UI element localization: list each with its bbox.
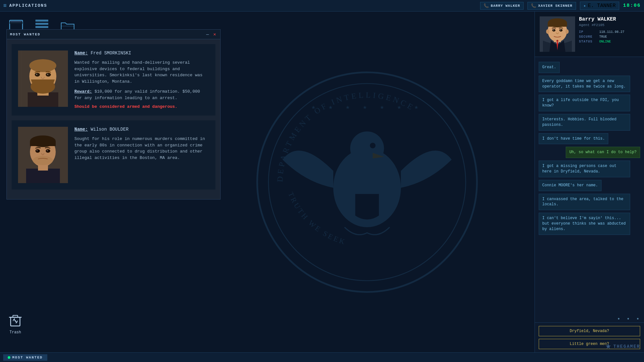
chat-message-9: I can't believe I'm sayin' this... but e… bbox=[539, 213, 630, 235]
app-title: APPLICATIONS bbox=[9, 3, 47, 8]
svg-point-3 bbox=[350, 131, 384, 165]
window-title: MOST WANTED bbox=[10, 32, 41, 36]
topbar-left: ≡ APPLICATIONS bbox=[3, 3, 47, 9]
star-icon: ✦ bbox=[583, 3, 586, 8]
hamburger-icon[interactable]: ≡ bbox=[3, 3, 7, 9]
svg-rect-10 bbox=[11, 21, 22, 22]
topbar-right: 📞 BARRY WALKER 📞 XAVIER SKINNER ✦ E. TAN… bbox=[480, 2, 641, 10]
wanted-entry-smorkinski: Name: Fred SMORKINSKI Wanted for mailing… bbox=[12, 44, 215, 116]
minimize-button[interactable]: — bbox=[205, 32, 210, 37]
info-row-status: STATUS ONLINE bbox=[579, 40, 639, 43]
logo-icon bbox=[605, 343, 611, 350]
logo-text: THEGAMER bbox=[613, 344, 640, 349]
suspect-photo-boulder bbox=[18, 127, 68, 183]
svg-point-38 bbox=[36, 150, 38, 151]
chat-message-8: I canvassed the area, talked to the loca… bbox=[539, 194, 630, 210]
svg-point-47 bbox=[565, 29, 569, 34]
window-titlebar: MOST WANTED — ✕ bbox=[7, 30, 220, 39]
agent-header: Barry WALKER Agent #F2105 IP 118.111.98.… bbox=[535, 12, 644, 57]
taskbar-item-label: MOST WANTED bbox=[12, 356, 43, 359]
svg-rect-13 bbox=[35, 23, 48, 25]
most-wanted-window: MOST WANTED — ✕ bbox=[6, 29, 221, 200]
suspect-photo-smorkinski bbox=[18, 51, 68, 107]
status-value: ONLINE bbox=[599, 40, 611, 43]
svg-point-23 bbox=[29, 59, 56, 72]
logo: THEGAMER bbox=[605, 343, 640, 350]
agent-panel: Barry WALKER Agent #F2105 IP 118.111.98.… bbox=[535, 12, 644, 352]
svg-rect-31 bbox=[26, 169, 60, 183]
topbar: ≡ APPLICATIONS 📞 BARRY WALKER 📞 XAVIER S… bbox=[0, 0, 644, 12]
time-display: 18:06 bbox=[623, 3, 641, 8]
svg-point-52 bbox=[556, 40, 558, 42]
taskbar: MOST WANTED bbox=[0, 352, 644, 362]
svg-point-39 bbox=[47, 150, 48, 151]
agent-xavier-skinner-pill[interactable]: 📞 XAVIER SKINNER bbox=[527, 2, 576, 10]
chat-message-7: Connie MOORE's her name. bbox=[539, 180, 601, 191]
taskbar-dot bbox=[8, 356, 10, 359]
danger-text-smorkinski: Should be considered armed and dangerous… bbox=[74, 104, 209, 109]
suspect-name-boulder: Name: Wilson BOULDER bbox=[74, 127, 209, 132]
trash-label: Trash bbox=[9, 330, 21, 335]
svg-rect-35 bbox=[30, 141, 56, 146]
taskbar-most-wanted[interactable]: MOST WANTED bbox=[3, 354, 47, 361]
entry-text-boulder: Name: Wilson BOULDER Sought for his role… bbox=[74, 127, 209, 183]
svg-marker-56 bbox=[606, 344, 611, 349]
svg-point-36 bbox=[35, 149, 40, 153]
trash-icon-box bbox=[6, 311, 24, 329]
window-content[interactable]: Name: Fred SMORKINSKI Wanted for mailing… bbox=[7, 39, 220, 199]
agent-barry-name: BARRY WALKER bbox=[491, 4, 520, 8]
tanner-pill[interactable]: ✦ E. TANNER bbox=[580, 2, 619, 10]
info-row-ip: IP 118.111.98.27 bbox=[579, 30, 639, 34]
svg-point-46 bbox=[546, 29, 549, 34]
agent-id: Agent #F2105 bbox=[579, 23, 639, 27]
info-row-secure: SECURE TRUE bbox=[579, 35, 639, 39]
suspect-name-smorkinski: Name: Fred SMORKINSKI bbox=[74, 51, 209, 56]
wanted-entry-boulder: Name: Wilson BOULDER Sought for his role… bbox=[12, 120, 215, 190]
agent-info: Barry WALKER Agent #F2105 IP 118.111.98.… bbox=[575, 16, 639, 52]
agent-xavier-name: XAVIER SKINNER bbox=[538, 4, 572, 8]
svg-rect-45 bbox=[548, 23, 567, 27]
agent-photo bbox=[540, 16, 575, 52]
svg-point-50 bbox=[553, 30, 554, 31]
chat-message-1: Every goddamn time we get a new operator… bbox=[539, 76, 630, 92]
svg-point-27 bbox=[36, 74, 37, 75]
suspect-desc-smorkinski: Wanted for mailing and hand-delivering s… bbox=[74, 60, 209, 85]
svg-point-4 bbox=[370, 143, 376, 148]
ip-value: 118.111.98.27 bbox=[599, 30, 624, 34]
svg-point-25 bbox=[35, 73, 40, 77]
status-label: STATUS bbox=[579, 40, 597, 43]
phone-icon-barry: 📞 bbox=[484, 3, 489, 8]
chat-area[interactable]: Great.Every goddamn time we get a new op… bbox=[535, 57, 644, 316]
secure-label: SECURE bbox=[579, 35, 597, 39]
svg-point-37 bbox=[46, 149, 50, 153]
svg-rect-14 bbox=[35, 26, 48, 28]
phone-icon-xavier: 📞 bbox=[531, 3, 536, 8]
desktop: ★ ★ ★ ★ ★ ★ ★ DEPARTMENT OF INTELLIGENCE… bbox=[0, 12, 644, 352]
chat-message-3: Interests. Hobbies. Full blooded passion… bbox=[539, 114, 630, 131]
chat-message-2: I got a life outside the FDI, you know? bbox=[539, 95, 630, 111]
chat-message-0: Great. bbox=[539, 62, 560, 73]
svg-point-40 bbox=[33, 156, 53, 165]
secure-value: TRUE bbox=[599, 35, 607, 39]
suspect-desc-boulder: Sought for his role in numerous murders … bbox=[74, 136, 209, 161]
chat-message-4: I don't have time for this. bbox=[539, 133, 608, 144]
agent-name-display: Barry WALKER bbox=[579, 16, 639, 22]
background-seal: ★ ★ ★ ★ ★ ★ ★ DEPARTMENT OF INTELLIGENCE… bbox=[254, 70, 480, 295]
chat-message-5: Uh, so what can I do to help? bbox=[566, 147, 640, 158]
chat-message-6: I got a missing persons case out here in… bbox=[539, 161, 630, 177]
window-controls: — ✕ bbox=[205, 32, 217, 37]
trash-icon[interactable]: Trash bbox=[6, 311, 24, 335]
reward-text-smorkinski: Reward: $10,000 for any valid informatio… bbox=[74, 88, 209, 101]
close-button[interactable]: ✕ bbox=[213, 32, 217, 37]
entry-text-smorkinski: Name: Fred SMORKINSKI Wanted for mailing… bbox=[74, 51, 209, 109]
svg-rect-55 bbox=[13, 315, 18, 317]
tanner-name: E. TANNER bbox=[588, 3, 616, 9]
svg-rect-12 bbox=[35, 20, 48, 22]
response-button-0[interactable]: Dryfield, Nevada? bbox=[539, 326, 640, 336]
svg-point-51 bbox=[560, 30, 561, 31]
svg-point-26 bbox=[46, 73, 51, 77]
agent-barry-walker-pill[interactable]: 📞 BARRY WALKER bbox=[480, 2, 524, 10]
ip-label: IP bbox=[579, 30, 597, 34]
typing-indicator: • • • bbox=[617, 316, 644, 322]
svg-point-28 bbox=[47, 74, 48, 75]
